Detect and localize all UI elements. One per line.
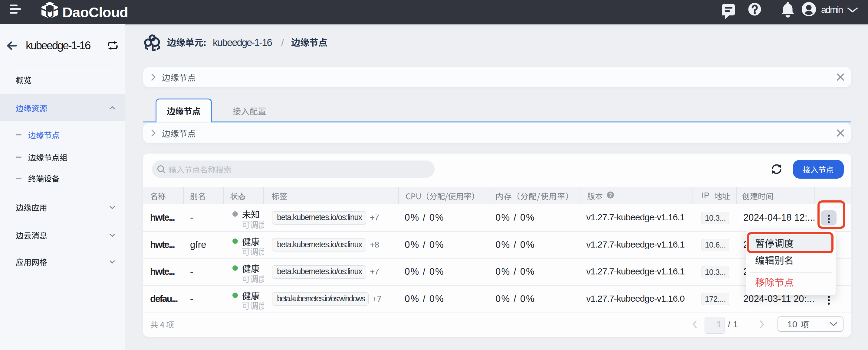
svg-text:?: ? xyxy=(609,193,612,198)
